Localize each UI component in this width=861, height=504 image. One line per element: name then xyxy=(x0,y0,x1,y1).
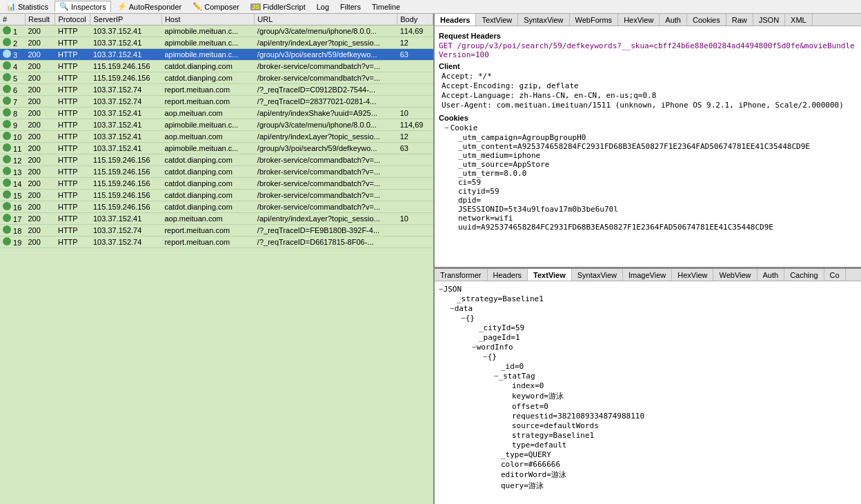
cell-body: 10 xyxy=(397,108,433,119)
tab-caching[interactable]: Caching xyxy=(784,269,824,281)
tab-autoresponder[interactable]: ⚡ AutoResponder xyxy=(112,1,186,12)
tab-webforms-top[interactable]: WebForms xyxy=(570,14,619,26)
json-tree-item[interactable]: −JSON xyxy=(439,285,857,294)
tab-filters[interactable]: Filters xyxy=(335,1,366,12)
json-val: =#666666 xyxy=(524,460,560,469)
tab-headers-bottom[interactable]: Headers xyxy=(488,269,528,281)
cell-protocol: HTTP xyxy=(55,26,90,37)
table-row[interactable]: 10 200 HTTP 103.37.152.41 aop.meituan.co… xyxy=(0,131,433,143)
json-tree-item: color=#666666 xyxy=(494,460,857,469)
table-row[interactable]: 17 200 HTTP 103.37.152.41 aop.meituan.co… xyxy=(0,213,433,225)
table-row[interactable]: 11 200 HTTP 103.37.152.41 apimobile.meit… xyxy=(0,143,433,154)
tab-log[interactable]: Log xyxy=(312,1,334,12)
headers-content[interactable]: Request Headers GET /group/v3/poi/search… xyxy=(435,26,861,267)
json-tree-item[interactable]: −{} xyxy=(483,352,857,361)
tab-auth-top[interactable]: Auth xyxy=(660,14,687,26)
table-row[interactable]: 4 200 HTTP 115.159.246.156 catdot.dianpi… xyxy=(0,61,433,72)
tab-json-top[interactable]: JSON xyxy=(753,14,785,26)
tab-syntaxview-bottom[interactable]: SyntaxView xyxy=(572,269,623,281)
tree-expand-icon[interactable]: − xyxy=(472,343,477,352)
request-table-scroll[interactable]: # Result Protocol ServerIP Host URL Body… xyxy=(0,14,433,504)
tab-hexview-top[interactable]: HexView xyxy=(618,14,660,26)
cookie-expand[interactable]: − Cookie xyxy=(444,123,857,132)
table-row[interactable]: 5 200 HTTP 115.159.246.156 catdot.dianpi… xyxy=(0,72,433,84)
table-row[interactable]: 9 200 HTTP 103.37.152.41 apimobile.meitu… xyxy=(0,119,433,131)
tree-expand-icon[interactable]: − xyxy=(494,372,499,381)
cell-body: 63 xyxy=(397,49,433,61)
row-status-icon xyxy=(3,85,11,93)
tree-expand-icon[interactable]: − xyxy=(450,304,455,313)
json-tree-item: query=游泳 xyxy=(494,481,857,491)
tab-fiddlerscript[interactable]: JS FiddlerScript xyxy=(246,1,310,12)
json-key: {} xyxy=(466,314,475,323)
cell-body xyxy=(397,178,433,190)
tab-xml-top[interactable]: XML xyxy=(785,14,813,26)
table-row[interactable]: 14 200 HTTP 115.159.246.156 catdot.dianp… xyxy=(0,178,433,190)
json-tree-item[interactable]: −data xyxy=(450,304,857,313)
tab-cookies-top[interactable]: Cookies xyxy=(687,14,726,26)
cell-num: 10 xyxy=(0,131,26,143)
row-icon xyxy=(3,97,11,105)
tab-statistics[interactable]: 📊 Statistics xyxy=(1,1,53,12)
right-top-tabs: Headers TextView SyntaxView WebForms Hex… xyxy=(435,14,861,26)
cell-result: 200 xyxy=(26,178,55,190)
table-row[interactable]: 1 200 HTTP 103.37.152.41 apimobile.meitu… xyxy=(0,26,433,37)
cell-protocol: HTTP xyxy=(55,96,90,108)
cell-num: 5 xyxy=(0,72,26,84)
cell-protocol: HTTP xyxy=(55,108,90,119)
tab-headers-top[interactable]: Headers xyxy=(435,14,476,26)
table-row[interactable]: 7 200 HTTP 103.37.152.74 report.meituan.… xyxy=(0,96,433,108)
cell-serverip: 115.159.246.156 xyxy=(90,190,161,201)
cell-url: /api/entry/indexShake?uuid=A925... xyxy=(255,108,397,119)
tab-webview[interactable]: WebView xyxy=(713,269,757,281)
json-content[interactable]: −JSON_strategy=Baseline1−data−{}_cityId=… xyxy=(435,281,861,504)
table-row[interactable]: 12 200 HTTP 115.159.246.156 catdot.dianp… xyxy=(0,154,433,166)
tab-inspectors[interactable]: 🔍 Inspectors xyxy=(55,1,111,12)
tab-raw-top[interactable]: Raw xyxy=(726,14,753,26)
table-row[interactable]: 8 200 HTTP 103.37.152.41 aop.meituan.com… xyxy=(0,108,433,119)
cell-serverip: 103.37.152.41 xyxy=(90,26,161,37)
cell-protocol: HTTP xyxy=(55,72,90,84)
tab-hexview-bottom[interactable]: HexView xyxy=(672,269,713,281)
json-tree-item[interactable]: −_statTag xyxy=(494,372,857,381)
row-icon xyxy=(3,237,11,245)
table-row[interactable]: 15 200 HTTP 115.159.246.156 catdot.dianp… xyxy=(0,190,433,201)
cookie-item: dpid= xyxy=(458,196,857,205)
table-row[interactable]: 13 200 HTTP 115.159.246.156 catdot.dianp… xyxy=(0,166,433,178)
table-row[interactable]: 16 200 HTTP 115.159.246.156 catdot.dianp… xyxy=(0,201,433,213)
tree-expand-icon[interactable]: − xyxy=(483,352,488,361)
tab-timeline[interactable]: Timeline xyxy=(367,1,405,12)
cell-num: 6 xyxy=(0,84,26,96)
table-row[interactable]: 3 200 HTTP 103.37.152.41 apimobile.meitu… xyxy=(0,49,433,61)
table-row[interactable]: 2 200 HTTP 103.37.152.41 apimobile.meitu… xyxy=(0,37,433,49)
row-icon xyxy=(3,214,11,222)
row-status-icon xyxy=(3,190,11,199)
tab-auth-bottom[interactable]: Auth xyxy=(758,269,785,281)
cell-result: 200 xyxy=(26,49,55,61)
cell-protocol: HTTP xyxy=(55,201,90,213)
row-icon xyxy=(3,61,11,70)
tab-transformer[interactable]: Transformer xyxy=(435,269,488,281)
tab-textview-bottom[interactable]: TextView xyxy=(528,269,572,281)
cell-url: /group/v3/cate/menu/iphone/8.0.0... xyxy=(255,26,397,37)
json-tree-item[interactable]: −wordInfo xyxy=(472,343,857,352)
json-tree-item[interactable]: −{} xyxy=(461,314,857,323)
cell-protocol: HTTP xyxy=(55,84,90,96)
tab-syntaxview-top[interactable]: SyntaxView xyxy=(518,14,569,26)
tab-imageview[interactable]: ImageView xyxy=(623,269,672,281)
json-val: =游泳 xyxy=(524,481,544,491)
table-row[interactable]: 6 200 HTTP 103.37.152.74 report.meituan.… xyxy=(0,84,433,96)
cell-serverip: 115.159.246.156 xyxy=(90,201,161,213)
tab-composer[interactable]: ✏️ Composer xyxy=(188,1,244,12)
cell-num: 7 xyxy=(0,96,26,108)
table-row[interactable]: 19 200 HTTP 103.37.152.74 report.meituan… xyxy=(0,236,433,248)
cell-host: apimobile.meituan.c... xyxy=(161,26,254,37)
table-row[interactable]: 18 200 HTTP 103.37.152.74 report.meituan… xyxy=(0,225,433,236)
cell-protocol: HTTP xyxy=(55,166,90,178)
tree-expand-icon[interactable]: − xyxy=(439,285,444,294)
cell-num: 4 xyxy=(0,61,26,72)
json-tree: −JSON_strategy=Baseline1−data−{}_cityId=… xyxy=(439,285,857,491)
tab-textview-top[interactable]: TextView xyxy=(476,14,518,26)
tab-co[interactable]: Co xyxy=(824,269,846,281)
tree-expand-icon[interactable]: − xyxy=(461,314,466,323)
